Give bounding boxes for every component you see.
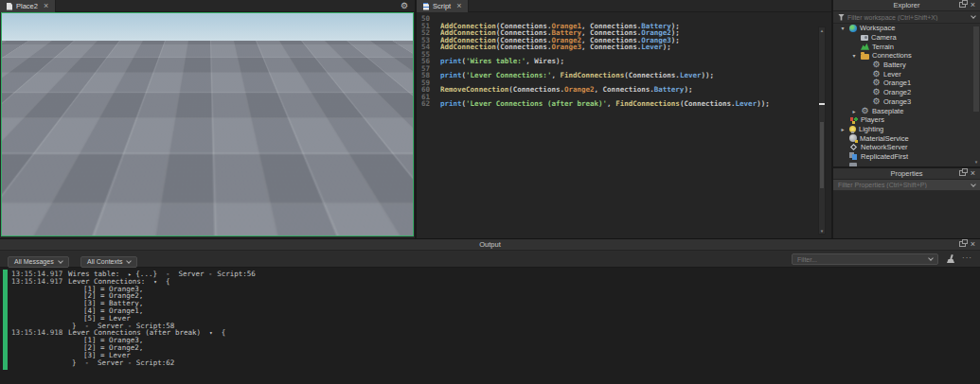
explorer-item-terrain[interactable]: Terrain [833,42,980,51]
item-label: Players [861,115,884,124]
code-token: ); [671,36,680,44]
part-icon [872,79,881,87]
expand-right-icon[interactable]: ▸ [839,126,846,132]
scrollbar-marker [819,103,825,105]
scroll-down-icon[interactable]: ▾ [972,159,980,165]
3d-viewport[interactable] [1,12,414,236]
explorer-item-baseplate[interactable]: ▸Baseplate [833,106,980,115]
code-line[interactable]: 60RemoveConnection(Connections.Orange2, … [417,86,831,94]
place-file-icon [7,3,12,10]
yellow-part-1[interactable] [85,131,99,141]
part-icon [872,97,881,106]
close-panel-icon[interactable]: × [971,2,975,8]
output-filter-input[interactable] [797,256,929,263]
code-token: print [440,57,462,65]
explorer-item-lever[interactable]: Lever [833,69,980,79]
close-panel-icon[interactable]: × [971,241,975,247]
float-panel-icon[interactable] [959,2,966,8]
folder-icon [861,54,869,60]
properties-filter-input[interactable] [838,182,971,188]
editor-scrollbar[interactable]: ▴ ▾ [818,26,826,235]
clear-output-icon[interactable] [946,254,955,264]
code-token: )); [701,71,714,79]
scroll-down-icon[interactable]: ▾ [819,228,825,234]
close-tab-icon[interactable]: × [456,2,461,10]
explorer-item-replicatedfirst[interactable]: ReplicatedFirst [833,152,980,162]
code-token: ); [684,85,692,94]
log-line[interactable]: 13:15:14.918Lever Connections (after bre… [11,329,980,337]
expand-expanded-icon[interactable]: ▾ [209,329,213,336]
explorer-item-connections[interactable]: ▾Connections [833,51,980,61]
green-part[interactable] [302,118,315,128]
messages-filter-dropdown[interactable]: All Messages [8,256,69,268]
tab-script[interactable]: Script × [417,0,469,12]
sky [2,13,413,43]
log-line[interactable]: [2] = Orange2, [11,292,980,300]
log-line[interactable]: } - Server - Script:62 [11,359,980,367]
item-label: Lever [883,70,901,79]
part-icon [872,61,881,69]
scrollbar-thumb[interactable] [820,122,824,188]
filter-funnel-icon[interactable] [838,14,845,21]
expand-right-icon[interactable]: ▸ [850,108,858,114]
expand-collapsed-icon[interactable]: ▸ [128,271,132,277]
log-line[interactable]: 13:15:14.917Lever Connections: ▾ { [11,278,980,286]
more-options-icon[interactable]: ··· [962,253,972,262]
code-text: AddConnection(Connections.Orange3, Conne… [440,44,671,51]
scroll-up-icon[interactable]: ▴ [819,27,825,33]
expand-down-icon[interactable]: ▾ [850,52,858,59]
code-line[interactable]: 56print('Wires table:', Wires); [417,58,831,65]
explorer-item-orange1[interactable]: Orange1 [833,79,980,88]
explorer-scrollbar[interactable]: ▾ [972,23,980,165]
chevron-down-icon[interactable] [928,255,934,261]
explorer-filter-input[interactable] [847,14,969,21]
expand-expanded-icon[interactable]: ▾ [153,278,157,285]
log-line[interactable]: [1] = Orange3, [11,337,980,344]
explorer-item-workspace[interactable]: ▾Workspace [833,24,980,33]
chevron-down-icon[interactable] [971,182,976,187]
item-label: Orange1 [883,79,911,87]
float-panel-icon[interactable] [959,170,966,176]
close-tab-icon[interactable]: × [44,2,48,10]
log-line[interactable]: [1] = Orange3, [11,286,980,293]
log-line[interactable]: [2] = Orange2, [11,344,980,352]
expand-down-icon[interactable]: ▾ [839,25,846,31]
explorer-item-materialservice[interactable]: MaterialService [833,133,980,143]
log-line[interactable]: [4] = Orange1, [11,307,980,315]
scrollbar-thumb[interactable] [973,26,979,112]
network-icon [850,144,857,150]
contexts-filter-dropdown[interactable]: All Contexts [80,256,137,268]
code-token: ); [663,43,671,51]
yellow-part-2[interactable] [196,124,208,133]
chevron-down-icon [127,258,133,264]
float-panel-icon[interactable] [959,241,966,247]
yellow-part-3[interactable] [254,121,266,130]
code-line[interactable]: 54AddConnection(Connections.Orange3, Con… [417,44,831,51]
close-panel-icon[interactable]: × [971,170,975,176]
code-editor[interactable]: 5051AddConnection(Connections.Orange1, C… [417,12,831,238]
output-log[interactable]: 13:15:14.917Wires table: ▸ {...} - Serve… [0,268,980,384]
explorer-item-camera[interactable]: Camera [833,33,980,43]
log-line[interactable]: [3] = Battery, [11,300,980,307]
explorer-item-players[interactable]: Players [833,115,980,125]
item-label: Battery [883,61,906,69]
code-line[interactable]: 58print('Lever Connections:', FindConnec… [417,72,831,79]
explorer-item-networkserver[interactable]: NetworkServer [833,143,980,152]
explorer-item-battery[interactable]: Battery [833,61,980,70]
code-line[interactable]: 62print('Lever Connections (after break)… [417,100,831,108]
tab-place2[interactable]: Place2 × [0,0,56,12]
explorer-item-orange2[interactable]: Orange2 [833,88,980,97]
code-token: , [607,99,615,108]
script-tabbar: Script × [417,0,831,12]
code-token: print [440,71,462,79]
script-file-icon [423,3,429,10]
gear-icon[interactable]: ⚙ [401,1,408,10]
code-token: FindConnections [560,71,624,79]
code-token: AddConnection [440,43,496,51]
chevron-down-icon[interactable] [971,13,976,19]
dropdown-label: All Contexts [87,258,122,265]
explorer-item-lighting[interactable]: ▸Lighting [833,125,980,134]
explorer-item-orange3[interactable]: Orange3 [833,97,980,107]
red-part[interactable] [144,127,156,136]
replicated-icon [849,152,858,160]
